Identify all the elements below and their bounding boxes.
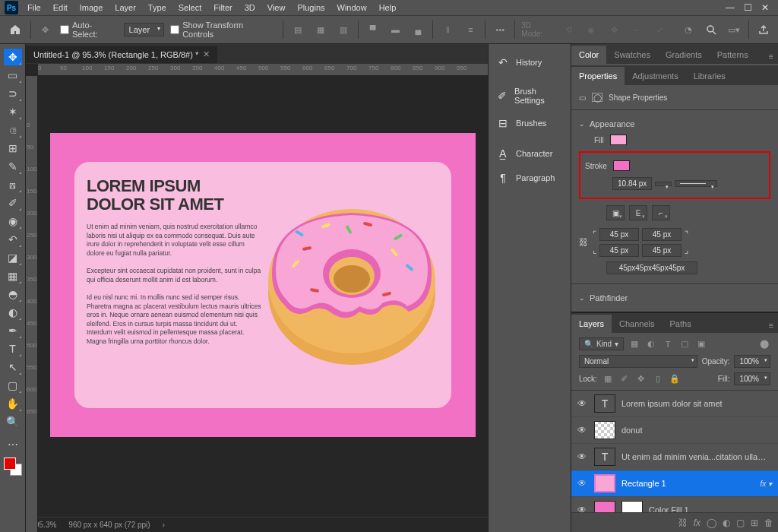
visibility-icon[interactable]: 👁 <box>577 451 588 462</box>
cloud-docs-icon[interactable]: ◔ <box>680 21 697 38</box>
eyedropper-tool[interactable]: ✎ <box>4 158 22 175</box>
home-button[interactable] <box>6 21 24 39</box>
filter-adjust-icon[interactable]: ◐ <box>645 338 657 350</box>
align-bottom-icon[interactable]: ▄ <box>410 21 427 38</box>
fill-input[interactable]: 100% <box>734 372 770 385</box>
layer-mask-icon[interactable]: ◯ <box>707 518 716 528</box>
menu-plugins[interactable]: Plugins <box>291 1 330 14</box>
menu-edit[interactable]: Edit <box>47 1 74 14</box>
lock-nest-icon[interactable]: ▯ <box>652 373 664 385</box>
menu-image[interactable]: Image <box>74 1 109 14</box>
magic-wand-tool[interactable]: ✶ <box>4 103 22 120</box>
menu-type[interactable]: Type <box>142 1 172 14</box>
brushes-tab[interactable]: ⊟Brushes <box>489 111 571 135</box>
tab-close-icon[interactable]: ✕ <box>203 49 210 59</box>
visibility-icon[interactable]: 👁 <box>577 505 588 512</box>
zoom-level[interactable]: 95.3% <box>35 521 56 529</box>
corner-tl-input[interactable] <box>599 228 639 241</box>
frame-tool[interactable]: ⊞ <box>4 140 22 157</box>
stroke-width-input[interactable] <box>612 177 652 190</box>
color-tab[interactable]: Color <box>571 46 606 64</box>
link-corners-icon[interactable]: ⛓ <box>579 237 588 248</box>
auto-select-check[interactable]: Auto-Select: <box>60 21 118 39</box>
stroke-corners-button[interactable]: ⌐ <box>652 205 670 220</box>
align-center-h-icon[interactable]: ▦ <box>312 21 329 38</box>
layer-row[interactable]: 👁Rectangle 1fx ▾ <box>571 470 778 497</box>
rectangle-tool[interactable]: ▢ <box>4 377 22 394</box>
opacity-input[interactable]: 100% <box>734 355 770 368</box>
layer-row[interactable]: 👁donut <box>571 417 778 444</box>
lock-paint-icon[interactable]: ✐ <box>618 373 631 385</box>
crop-tool[interactable]: ⟃ <box>4 122 22 138</box>
distribute-v-icon[interactable]: ≡ <box>462 21 479 38</box>
history-brush-tool[interactable]: ↶ <box>4 231 22 248</box>
corner-summary-input[interactable] <box>606 261 697 274</box>
dodge-tool[interactable]: ◐ <box>4 304 22 321</box>
new-layer-icon[interactable]: ⊞ <box>751 518 758 528</box>
corner-br-input[interactable] <box>642 244 682 257</box>
edit-toolbar[interactable]: ⋯ <box>4 436 22 453</box>
appearance-section[interactable]: ⌄Appearance <box>579 116 770 131</box>
panel-menu-icon[interactable]: ≡ <box>764 49 778 64</box>
menu-help[interactable]: Help <box>373 1 403 14</box>
filter-smart-icon[interactable]: ▣ <box>695 338 707 350</box>
link-layers-icon[interactable]: ⛓ <box>678 518 688 528</box>
history-panel-tab[interactable]: ↶History <box>489 50 571 74</box>
marquee-tool[interactable]: ▭ <box>4 67 22 84</box>
align-top-icon[interactable]: ▀ <box>365 21 381 38</box>
share-icon[interactable] <box>755 21 772 38</box>
blur-tool[interactable]: ◓ <box>4 286 22 302</box>
show-transform-check[interactable]: Show Transform Controls <box>170 21 277 39</box>
fill-adjust-icon[interactable]: ◐ <box>723 518 730 528</box>
visibility-icon[interactable]: 👁 <box>577 398 588 409</box>
pen-tool[interactable]: ✒ <box>4 322 22 339</box>
hand-tool[interactable]: ✋ <box>4 395 22 412</box>
adjustments-tab[interactable]: Adjustments <box>625 67 686 85</box>
menu-window[interactable]: Window <box>331 1 373 14</box>
visibility-icon[interactable]: 👁 <box>577 425 588 435</box>
menu-layer[interactable]: Layer <box>109 1 142 14</box>
distribute-h-icon[interactable]: ⫴ <box>439 21 456 38</box>
clone-tool[interactable]: ◉ <box>4 213 22 230</box>
filter-pixel-icon[interactable]: ▦ <box>628 338 640 350</box>
gradient-tool[interactable]: ▦ <box>4 268 22 284</box>
channels-tab[interactable]: Channels <box>612 315 662 333</box>
brush-settings-tab[interactable]: ✐Brush Settings <box>489 81 571 111</box>
layer-filter-kind[interactable]: 🔍 Kind ▾ <box>579 337 624 350</box>
type-tool[interactable]: T <box>4 340 22 357</box>
lock-trans-icon[interactable]: ▦ <box>602 373 614 385</box>
paragraph-tab[interactable]: ¶Paragraph <box>489 166 571 190</box>
lasso-tool[interactable]: ⊃ <box>4 85 22 102</box>
document-tab[interactable]: Untitled-1 @ 95.3% (Rectangle 1, RGB/8#)… <box>26 45 217 63</box>
stroke-align-button[interactable]: ▣ <box>606 205 625 220</box>
maximize-button[interactable]: ☐ <box>739 0 757 15</box>
align-right-icon[interactable]: ▥ <box>335 21 352 38</box>
close-window-button[interactable]: ✕ <box>757 0 773 15</box>
blend-mode-select[interactable]: Normal <box>579 355 697 368</box>
visibility-icon[interactable]: 👁 <box>577 478 588 489</box>
swatches-tab[interactable]: Swatches <box>606 46 658 64</box>
stroke-style-dropdown[interactable] <box>675 180 717 187</box>
fill-swatch[interactable] <box>610 135 627 145</box>
workspace-icon[interactable]: ▭▾ <box>726 21 742 38</box>
properties-tab[interactable]: Properties <box>571 67 625 85</box>
paths-tab[interactable]: Paths <box>663 315 699 333</box>
align-left-icon[interactable]: ▤ <box>289 21 306 38</box>
layer-row[interactable]: 👁TUt enim ad minim venia...citation ulla… <box>571 444 778 470</box>
layer-row[interactable]: 👁Color Fill 1 <box>571 497 778 512</box>
filter-shape-icon[interactable]: ▢ <box>678 338 691 350</box>
brush-tool[interactable]: ✐ <box>4 195 22 211</box>
menu-file[interactable]: File <box>21 1 47 14</box>
move-tool[interactable]: ✥ <box>4 49 22 65</box>
minimize-button[interactable]: — <box>721 0 739 15</box>
lock-pos-icon[interactable]: ✥ <box>635 373 647 385</box>
healing-tool[interactable]: ⟎ <box>4 176 22 193</box>
search-icon[interactable] <box>703 21 719 38</box>
filter-type-icon[interactable]: T <box>662 338 674 350</box>
menu-view[interactable]: View <box>261 1 292 14</box>
align-center-v-icon[interactable]: ▬ <box>387 21 404 38</box>
group-icon[interactable]: ▢ <box>736 518 745 528</box>
path-select-tool[interactable]: ↖ <box>4 359 22 375</box>
canvas[interactable]: LOREM IPSUM DOLOR SIT AMET Ut enim ad mi… <box>50 133 476 437</box>
layer-fx-icon[interactable]: fx <box>694 518 701 528</box>
